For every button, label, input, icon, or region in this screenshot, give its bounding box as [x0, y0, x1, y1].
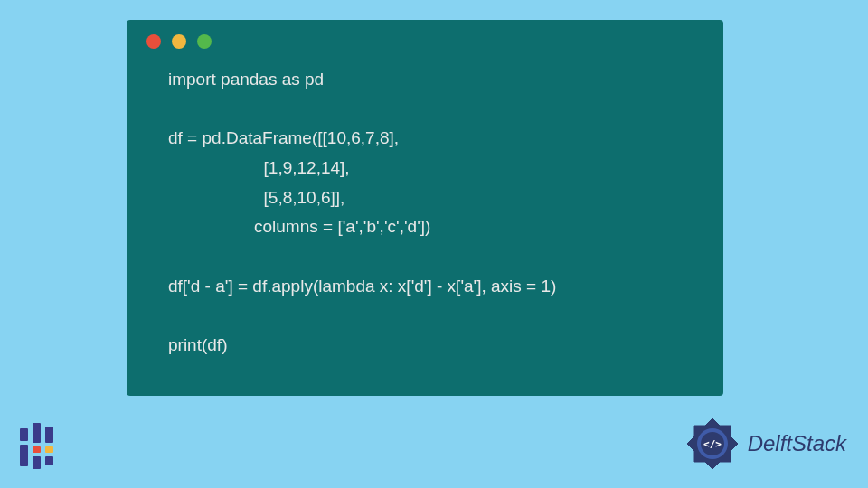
window-close-icon[interactable] — [146, 34, 161, 49]
svg-text:</>: </> — [703, 438, 722, 450]
window-controls — [127, 20, 723, 49]
window-minimize-icon[interactable] — [172, 34, 186, 49]
window-maximize-icon[interactable] — [197, 34, 212, 49]
brand-emblem-icon: </> — [684, 416, 741, 472]
brand-name: DelftStack — [748, 431, 846, 456]
code-block: import pandas as pd df = pd.DataFrame([[… — [127, 49, 723, 361]
code-window: import pandas as pd df = pd.DataFrame([[… — [127, 20, 723, 396]
brand: </> DelftStack — [684, 416, 846, 472]
site-mark-icon — [20, 423, 63, 474]
